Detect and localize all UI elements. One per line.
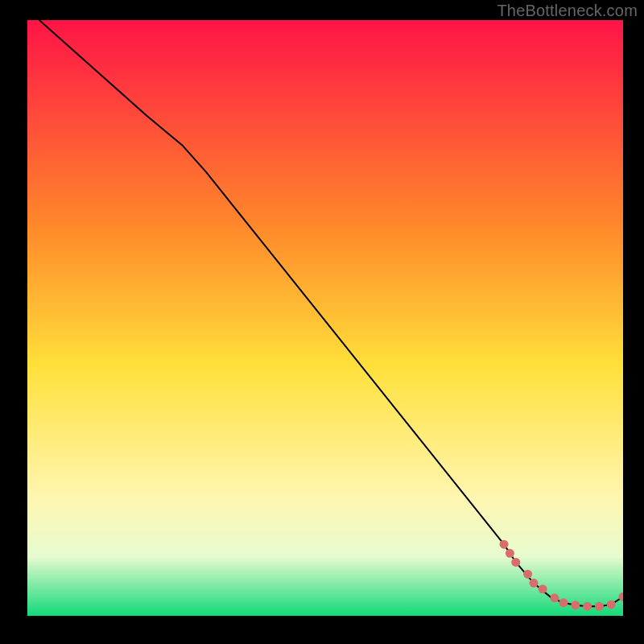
- data-point-marker: [559, 598, 568, 607]
- data-point-marker: [583, 602, 592, 611]
- data-point-marker: [595, 602, 604, 611]
- data-point-marker: [607, 600, 616, 609]
- chart-frame: TheBottleneck.com: [0, 0, 644, 644]
- data-point-marker: [571, 601, 580, 609]
- gradient-rect: [27, 20, 623, 616]
- data-point-marker: [506, 549, 514, 558]
- data-point-marker: [523, 570, 532, 579]
- watermark-text: TheBottleneck.com: [497, 2, 638, 20]
- data-point-marker: [530, 579, 539, 588]
- data-point-marker: [550, 593, 559, 602]
- data-point-marker: [500, 540, 509, 549]
- plot-area: [27, 20, 623, 616]
- chart-svg: [27, 20, 623, 616]
- data-point-marker: [511, 558, 520, 567]
- data-point-marker: [539, 584, 547, 593]
